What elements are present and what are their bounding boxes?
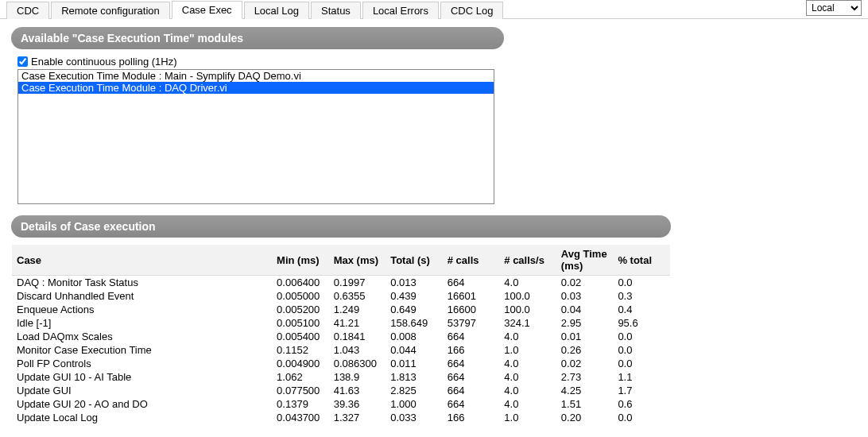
cell: 0.0 xyxy=(613,411,670,424)
cell: 0.02 xyxy=(556,276,614,290)
tab-cdc[interactable]: CDC xyxy=(6,2,49,19)
section-available-modules: Available "Case Execution Time" modules xyxy=(11,27,504,49)
cell: Update GUI 20 - AO and DO xyxy=(12,397,272,411)
cell: 0.001 xyxy=(386,424,443,427)
cell: 100.0 xyxy=(499,289,556,303)
column-header[interactable]: Total (s) xyxy=(386,245,443,276)
column-header[interactable]: Min (ms) xyxy=(272,245,329,276)
cell: 664 xyxy=(443,370,500,384)
cell: 0.033 xyxy=(386,411,443,424)
cell: 0.01 xyxy=(556,424,614,427)
tab-local-log[interactable]: Local Log xyxy=(244,2,309,19)
cell: 0.1379 xyxy=(272,397,329,411)
cell: 4.0 xyxy=(499,276,556,290)
cell: 0.041000 xyxy=(329,424,386,427)
cell: 1.000 xyxy=(386,397,443,411)
table-row[interactable]: Load DAQmx Scales0.0054000.18410.0086644… xyxy=(12,330,670,343)
tab-status[interactable]: Status xyxy=(311,2,361,19)
table-row[interactable]: Update GUI 10 - AI Table1.062138.91.8136… xyxy=(12,370,670,384)
location-dropdown[interactable]: Local xyxy=(806,0,862,16)
cell: 41.21 xyxy=(329,316,386,330)
column-header[interactable]: Case xyxy=(12,245,272,276)
cell: 664 xyxy=(443,397,500,411)
cell: 0.006400 xyxy=(272,276,329,290)
cell: 41.63 xyxy=(329,384,386,397)
list-item[interactable]: Case Execution Time Module : DAQ Driver.… xyxy=(18,82,494,94)
cell: 0.004100 xyxy=(272,424,329,427)
cell: 1.062 xyxy=(272,370,329,384)
table-row[interactable]: Update Status String0.0041000.0410000.00… xyxy=(12,424,670,427)
table-row[interactable]: Enqueue Actions0.0052001.2490.6491660010… xyxy=(12,303,670,316)
cell: 0.6355 xyxy=(329,289,386,303)
cell: Idle [-1] xyxy=(12,316,272,330)
cell: 0.086300 xyxy=(329,357,386,370)
enable-polling-checkbox[interactable] xyxy=(17,56,28,67)
cell: 53797 xyxy=(443,316,500,330)
list-item[interactable]: Case Execution Time Module : Main - Symp… xyxy=(18,70,494,82)
cell: 0.04 xyxy=(556,303,614,316)
table-row[interactable]: Monitor Case Execution Time0.11521.0430.… xyxy=(12,343,670,357)
tab-remote-configuration[interactable]: Remote configuration xyxy=(51,2,170,19)
cell: 664 xyxy=(443,384,500,397)
cell: 4.0 xyxy=(499,397,556,411)
cell: 2.825 xyxy=(386,384,443,397)
cell: 2.95 xyxy=(556,316,614,330)
cell: 0.004900 xyxy=(272,357,329,370)
table-row[interactable]: Update Local Log0.0437001.3270.0331661.0… xyxy=(12,411,670,424)
cell: Poll FP Controls xyxy=(12,357,272,370)
cell: 0.6 xyxy=(613,397,670,411)
column-header[interactable]: % total xyxy=(613,245,670,276)
cell: 0.01 xyxy=(556,330,614,343)
cell: 0.1997 xyxy=(329,276,386,290)
cell: 100.0 xyxy=(499,303,556,316)
cell: 0.439 xyxy=(386,289,443,303)
cell: 0.011 xyxy=(386,357,443,370)
cell: 16601 xyxy=(443,289,500,303)
cell: 166 xyxy=(443,424,500,427)
case-table: CaseMin (ms)Max (ms)Total (s)# calls# ca… xyxy=(12,245,670,427)
case-table-container[interactable]: CaseMin (ms)Max (ms)Total (s)# calls# ca… xyxy=(11,244,671,427)
table-row[interactable]: Poll FP Controls0.0049000.0863000.011664… xyxy=(12,357,670,370)
cell: 0.005000 xyxy=(272,289,329,303)
cell: 1.51 xyxy=(556,397,614,411)
cell: 4.0 xyxy=(499,370,556,384)
tab-bar: CDCRemote configurationCase ExecLocal Lo… xyxy=(0,0,868,19)
table-row[interactable]: DAQ : Monitor Task Status0.0064000.19970… xyxy=(12,276,670,290)
cell: 664 xyxy=(443,357,500,370)
table-row[interactable]: Update GUI 20 - AO and DO0.137939.361.00… xyxy=(12,397,670,411)
cell: 4.25 xyxy=(556,384,614,397)
column-header[interactable]: Avg Time (ms) xyxy=(556,245,614,276)
modules-listbox[interactable]: Case Execution Time Module : Main - Symp… xyxy=(17,69,494,204)
table-row[interactable]: Update GUI0.07750041.632.8256644.04.251.… xyxy=(12,384,670,397)
cell: 1.813 xyxy=(386,370,443,384)
cell: 158.649 xyxy=(386,316,443,330)
cell: Update GUI xyxy=(12,384,272,397)
tab-case-exec[interactable]: Case Exec xyxy=(172,1,242,19)
cell: 0.008 xyxy=(386,330,443,343)
cell: 0.4 xyxy=(613,303,670,316)
cell: 0.1152 xyxy=(272,343,329,357)
cell: 324.1 xyxy=(499,316,556,330)
enable-polling-label: Enable continuous polling (1Hz) xyxy=(31,56,177,68)
location-select[interactable]: Local xyxy=(806,0,862,16)
cell: 0.649 xyxy=(386,303,443,316)
cell: 0.26 xyxy=(556,343,614,357)
cell: 1.043 xyxy=(329,343,386,357)
table-row[interactable]: Discard Unhandled Event0.0050000.63550.4… xyxy=(12,289,670,303)
cell: Discard Unhandled Event xyxy=(12,289,272,303)
cell: 0.02 xyxy=(556,357,614,370)
cell: 0.013 xyxy=(386,276,443,290)
column-header[interactable]: # calls xyxy=(443,245,500,276)
column-header[interactable]: Max (ms) xyxy=(329,245,386,276)
column-header[interactable]: # calls/s xyxy=(499,245,556,276)
cell: 138.9 xyxy=(329,370,386,384)
cell: 0.0 xyxy=(613,330,670,343)
tab-cdc-log[interactable]: CDC Log xyxy=(440,2,503,19)
table-row[interactable]: Idle [-1]0.00510041.21158.64953797324.12… xyxy=(12,316,670,330)
cell: 1.249 xyxy=(329,303,386,316)
cell: 0.20 xyxy=(556,411,614,424)
cell: 95.6 xyxy=(613,316,670,330)
section-details: Details of Case execution xyxy=(11,215,671,238)
tab-local-errors[interactable]: Local Errors xyxy=(362,2,439,19)
cell: 0.0 xyxy=(613,424,670,427)
